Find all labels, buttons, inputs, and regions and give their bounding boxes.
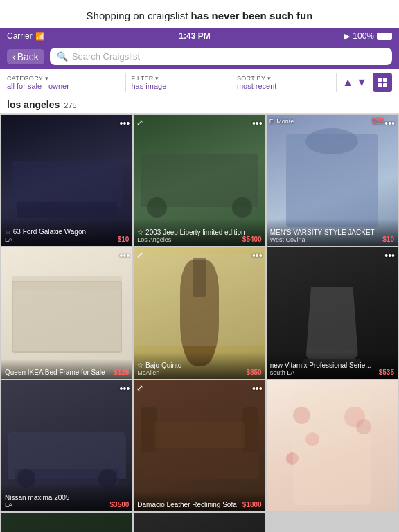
item-top-location: El Monte bbox=[269, 118, 294, 125]
item-price: $535 bbox=[379, 369, 394, 376]
items-grid: ☆ 63 Ford Galaxie Wagon LA $10 ••• ☆ 200… bbox=[0, 114, 399, 532]
expand-icon[interactable]: ⤢ bbox=[136, 383, 143, 393]
list-item[interactable]: Queen IKEA Bed Frame for Sale $125 ••• bbox=[1, 247, 132, 378]
location-arrow-icon: ▶ bbox=[344, 32, 350, 41]
wifi-icon: 📶 bbox=[35, 32, 45, 41]
list-item[interactable] bbox=[1, 513, 132, 532]
list-item[interactable]: ⭐ bbox=[134, 513, 265, 532]
location-count: 275 bbox=[64, 101, 76, 109]
search-bar[interactable]: 🔍 Search Craigslist bbox=[50, 48, 392, 65]
location-name: los angeles bbox=[7, 99, 60, 110]
item-star-icon[interactable]: ☆ 63 Ford Galaxie Wagon bbox=[5, 228, 129, 236]
battery-label: 100% bbox=[353, 31, 374, 41]
sort-filter-label: SORT BY ▾ bbox=[237, 75, 330, 82]
item-more-button[interactable]: ••• bbox=[384, 118, 395, 129]
status-bar: Carrier 📶 1:43 PM ▶ 100% bbox=[0, 28, 399, 44]
item-location: West Covina bbox=[270, 236, 394, 243]
list-item[interactable]: El Monte $25 MEN'S VARSITY STYLE JACKET … bbox=[267, 115, 398, 246]
time-display: 1:43 PM bbox=[179, 31, 210, 41]
category-filter-value: all for sale - owner bbox=[7, 82, 120, 90]
tagline-prefix: Shopping on craigslist bbox=[87, 10, 191, 21]
grid-icon bbox=[378, 78, 387, 87]
nav-bar: ‹ Back 🔍 Search Craigslist bbox=[0, 44, 399, 69]
item-price: $5400 bbox=[242, 236, 262, 243]
list-item[interactable]: new Vitamix Professional Serie... south … bbox=[267, 247, 398, 378]
item-location: McAllen bbox=[137, 369, 261, 376]
item-location: south LA bbox=[270, 369, 394, 376]
item-price: $850 bbox=[246, 369, 261, 376]
expand-icon[interactable]: ⤢ bbox=[136, 118, 143, 127]
list-item[interactable]: Damacio Leather Reclining Sofa $1800 •••… bbox=[134, 380, 265, 511]
filter-divider-1 bbox=[125, 73, 126, 92]
item-title: MEN'S VARSITY STYLE JACKET bbox=[270, 229, 394, 236]
item-more-button[interactable]: ••• bbox=[252, 383, 263, 394]
item-more-button[interactable]: ••• bbox=[120, 118, 130, 129]
item-price: $125 bbox=[114, 369, 129, 376]
battery-icon bbox=[377, 33, 392, 40]
carrier-label: Carrier bbox=[7, 31, 33, 41]
item-price: $3500 bbox=[110, 501, 130, 508]
back-button[interactable]: ‹ Back bbox=[7, 49, 44, 64]
image-filter-label: FILTER ▾ bbox=[132, 75, 225, 82]
item-price: $10 bbox=[382, 236, 394, 243]
category-filter-label: CATEGORY ▾ bbox=[7, 75, 120, 82]
category-filter[interactable]: CATEGORY ▾ all for sale - owner bbox=[7, 75, 120, 90]
item-location: LA bbox=[5, 236, 129, 243]
list-item[interactable]: ☆ 63 Ford Galaxie Wagon LA $10 ••• bbox=[1, 115, 132, 246]
item-more-button[interactable]: ••• bbox=[120, 250, 130, 261]
location-header: los angeles 275 bbox=[0, 96, 399, 114]
filter-divider-3 bbox=[336, 73, 337, 92]
item-title: Queen IKEA Bed Frame for Sale bbox=[5, 369, 129, 376]
item-top-price: $25 bbox=[372, 118, 384, 125]
search-icon: 🔍 bbox=[57, 51, 68, 62]
filter-divider-2 bbox=[231, 73, 231, 92]
tagline-bold: has never been such fun bbox=[191, 10, 313, 21]
item-title: new Vitamix Professional Serie... bbox=[270, 362, 394, 369]
grid-toggle-button[interactable] bbox=[373, 73, 392, 92]
list-item[interactable]: Nissan maxima 2005 LA $3500 ••• bbox=[1, 380, 132, 511]
item-title: ☆ Bajo Quinto bbox=[137, 362, 261, 369]
item-more-button[interactable]: ••• bbox=[252, 250, 263, 261]
list-item[interactable]: ☆ Bajo Quinto McAllen $850 ••• ⤢ bbox=[134, 247, 265, 378]
item-more-button[interactable]: ••• bbox=[384, 250, 395, 261]
sort-filter[interactable]: SORT BY ▾ most recent bbox=[237, 75, 330, 90]
filter-bar: CATEGORY ▾ all for sale - owner FILTER ▾… bbox=[0, 69, 399, 96]
scroll-down-button[interactable]: ▼ bbox=[356, 76, 367, 89]
item-price: $10 bbox=[118, 236, 130, 243]
image-filter[interactable]: FILTER ▾ has image bbox=[132, 75, 225, 90]
sort-filter-value: most recent bbox=[237, 82, 330, 90]
tagline-bar: Shopping on craigslist has never been su… bbox=[0, 0, 399, 28]
back-label: Back bbox=[17, 51, 39, 62]
scroll-up-button[interactable]: ▲ bbox=[342, 76, 353, 89]
image-filter-value: has image bbox=[132, 82, 225, 90]
search-placeholder: Search Craigslist bbox=[72, 51, 140, 62]
expand-icon[interactable]: ⤢ bbox=[136, 250, 143, 260]
item-more-button[interactable]: ••• bbox=[120, 383, 130, 394]
back-chevron-icon: ‹ bbox=[12, 51, 16, 62]
item-price: $1800 bbox=[242, 501, 262, 508]
item-more-button[interactable]: ••• bbox=[252, 118, 263, 129]
list-item[interactable]: ☆ 2003 Jeep Liberty limited edition Los … bbox=[134, 115, 265, 246]
list-item[interactable] bbox=[267, 380, 398, 511]
